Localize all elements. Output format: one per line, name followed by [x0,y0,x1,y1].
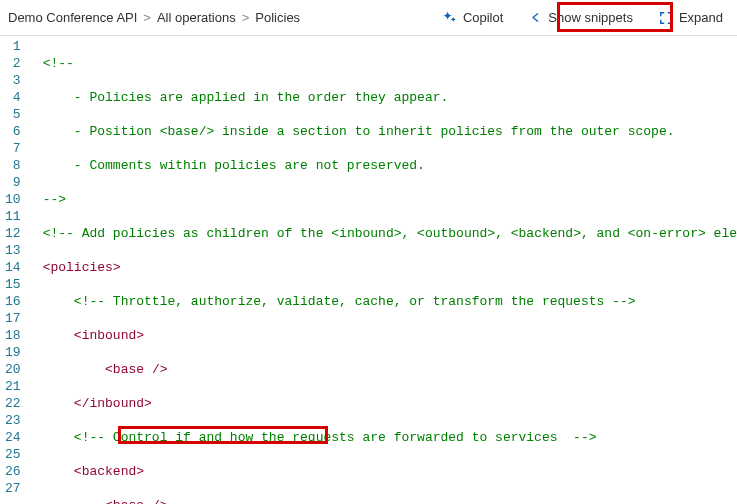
toolbar-actions: Copilot Show snippets Expand [436,6,729,29]
copilot-icon [442,10,457,25]
breadcrumb-item-policies[interactable]: Policies [255,10,300,25]
line-number-gutter: 1234567891011121314151617181920212223242… [0,36,29,504]
code-token: <!-- Control if and how the requests are… [43,430,597,445]
show-snippets-label: Show snippets [548,10,633,25]
line-number: 4 [0,89,21,106]
line-number: 14 [0,259,21,276]
line-number: 1 [0,38,21,55]
breadcrumb-separator: > [143,10,151,25]
line-number: 24 [0,429,21,446]
breadcrumb-separator: > [242,10,250,25]
toolbar: Demo Conference API > All operations > P… [0,0,737,36]
breadcrumb: Demo Conference API > All operations > P… [8,10,436,25]
line-number: 17 [0,310,21,327]
line-number: 16 [0,293,21,310]
code-token: - Policies are applied in the order they… [43,90,449,105]
line-number: 20 [0,361,21,378]
copilot-button[interactable]: Copilot [436,6,509,29]
line-number: 2 [0,55,21,72]
code-token: base [113,498,144,504]
line-number: 25 [0,446,21,463]
code-token: backend [82,464,137,479]
line-number: 19 [0,344,21,361]
code-content[interactable]: <!-- - Policies are applied in the order… [29,36,737,504]
line-number: 13 [0,242,21,259]
line-number: 7 [0,140,21,157]
copilot-label: Copilot [463,10,503,25]
line-number: 18 [0,327,21,344]
line-number: 27 [0,480,21,497]
code-editor[interactable]: 1234567891011121314151617181920212223242… [0,36,737,504]
line-number: 15 [0,276,21,293]
line-number: 6 [0,123,21,140]
code-token: --> [43,192,66,207]
expand-icon [659,11,673,25]
breadcrumb-item-operations[interactable]: All operations [157,10,236,25]
line-number: 21 [0,378,21,395]
line-number: 12 [0,225,21,242]
line-number: 3 [0,72,21,89]
expand-button[interactable]: Expand [653,6,729,29]
line-number: 8 [0,157,21,174]
expand-label: Expand [679,10,723,25]
line-number: 9 [0,174,21,191]
line-number: 10 [0,191,21,208]
show-snippets-button[interactable]: Show snippets [523,6,639,29]
code-token: <!-- Add policies as children of the <in… [43,226,737,241]
breadcrumb-item-api[interactable]: Demo Conference API [8,10,137,25]
code-token: - Position <base/> inside a section to i… [43,124,675,139]
code-token: base [113,362,144,377]
code-token: inbound [89,396,144,411]
code-token: <!-- [43,56,74,71]
line-number: 23 [0,412,21,429]
line-number: 26 [0,463,21,480]
snippets-icon [529,11,542,24]
code-token: <!-- Throttle, authorize, validate, cach… [43,294,636,309]
code-token: - Comments within policies are not prese… [43,158,425,173]
line-number: 22 [0,395,21,412]
line-number: 5 [0,106,21,123]
code-token: policies [50,260,112,275]
code-token: inbound [82,328,137,343]
line-number: 11 [0,208,21,225]
